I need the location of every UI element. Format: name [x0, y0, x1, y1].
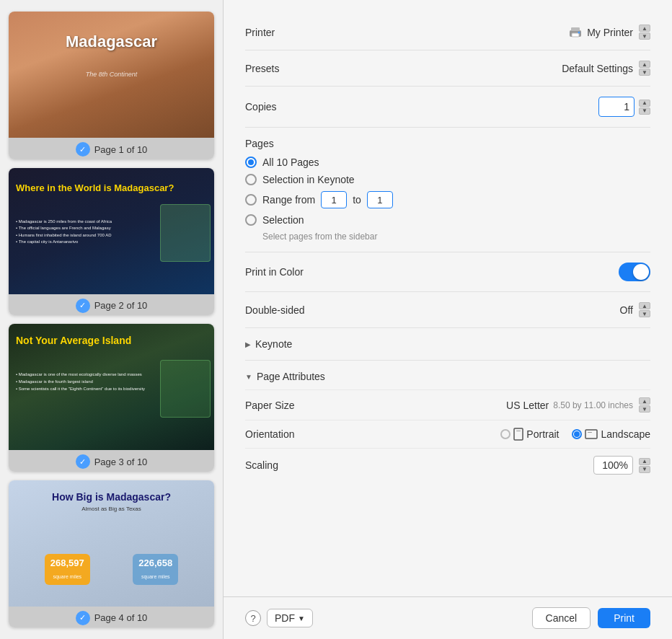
copies-input[interactable]: 1 — [598, 97, 635, 117]
keynote-section-label: Keynote — [255, 338, 292, 350]
page-attributes-label: Page Attributes — [257, 371, 325, 382]
svg-point-3 — [578, 31, 580, 33]
landscape-label: Landscape — [601, 428, 650, 440]
printer-stepper[interactable]: ▲ ▼ — [639, 25, 650, 40]
print-in-color-toggle[interactable] — [619, 263, 650, 281]
double-sided-stepper-up[interactable]: ▲ — [639, 302, 650, 309]
slide-3-check: ✓ — [76, 454, 90, 469]
portrait-icon — [513, 428, 523, 441]
copies-stepper-down[interactable]: ▼ — [639, 107, 650, 115]
orientation-landscape-radio[interactable] — [572, 429, 582, 439]
radio-all-pages-btn[interactable] — [245, 157, 257, 168]
svg-rect-7 — [588, 432, 592, 433]
slide-item-4[interactable]: How Big is Madagascar? Almost as Big as … — [9, 480, 214, 628]
copies-stepper-up[interactable]: ▲ — [639, 100, 650, 107]
radio-range-btn[interactable] — [245, 194, 257, 206]
slide-4-numbers: 268,597 square miles 226,658 square mile… — [9, 554, 214, 585]
cancel-button[interactable]: Cancel — [532, 607, 591, 629]
slide-thumbnail-1: Madagascar The 8th Continent — [9, 12, 214, 138]
slide-item-3[interactable]: Not Your Average Island • Madagascar is … — [9, 324, 214, 472]
copies-stepper[interactable]: ▲ ▼ — [639, 100, 650, 115]
presets-stepper-down[interactable]: ▼ — [639, 69, 650, 76]
printer-value: My Printer ▲ ▼ — [568, 25, 650, 40]
radio-selection-keynote[interactable]: Selection in Keynote — [245, 174, 650, 185]
slide-3-bullets: • Madagascar is one of the most ecologic… — [16, 371, 156, 393]
keynote-disclosure-header[interactable]: ▶ Keynote — [245, 338, 650, 350]
printer-value-text: My Printer — [587, 27, 633, 38]
presets-stepper[interactable]: ▲ ▼ — [639, 61, 650, 76]
page-attributes-header[interactable]: ▼ Page Attributes — [245, 371, 650, 382]
slide-1-check: ✓ — [76, 142, 90, 157]
range-from-input[interactable] — [321, 191, 347, 208]
presets-label: Presets — [245, 63, 279, 74]
paper-size-value-text: US Letter — [506, 400, 549, 411]
scaling-value: ▲ ▼ — [593, 456, 650, 475]
scaling-input[interactable] — [593, 456, 633, 475]
range-from-label: Range from — [262, 194, 315, 206]
range-to-input[interactable] — [367, 191, 393, 208]
slide-4-subtitle: Almost as Big as Texas — [9, 506, 214, 512]
svg-rect-4 — [514, 428, 523, 440]
slide-4-title: How Big is Madagascar? — [9, 491, 214, 503]
orientation-portrait[interactable]: Portrait — [500, 428, 559, 441]
copies-row: Copies 1 ▲ ▼ — [245, 87, 650, 128]
stat-1: 268,597 square miles — [45, 554, 90, 585]
presets-stepper-up[interactable]: ▲ — [639, 61, 650, 68]
orientation-landscape[interactable]: Landscape — [572, 428, 650, 440]
scaling-stepper-up[interactable]: ▲ — [639, 458, 650, 465]
slide-thumbnail-4: How Big is Madagascar? Almost as Big as … — [9, 480, 214, 607]
radio-all-pages[interactable]: All 10 Pages — [245, 157, 650, 168]
paper-size-stepper-up[interactable]: ▲ — [639, 397, 650, 405]
double-sided-label: Double-sided — [245, 304, 305, 316]
slide-item-1[interactable]: Madagascar The 8th Continent ✓ Page 1 of… — [9, 12, 214, 159]
portrait-label: Portrait — [526, 428, 559, 440]
paper-size-stepper-down[interactable]: ▼ — [639, 405, 650, 413]
stat-2: 226,658 square miles — [133, 554, 178, 585]
selection-hint: Select pages from the sidebar — [262, 232, 650, 242]
double-sided-stepper[interactable]: ▲ ▼ — [639, 302, 650, 317]
landscape-icon — [585, 429, 598, 439]
slide-2-label: ✓ Page 2 of 10 — [9, 294, 214, 316]
pages-label: Pages — [245, 138, 650, 149]
range-row: Range from to — [262, 191, 393, 208]
orientation-portrait-radio[interactable] — [500, 429, 510, 439]
help-button[interactable]: ? — [245, 610, 261, 626]
range-to-label: to — [353, 194, 361, 206]
slide-3-image — [160, 360, 211, 418]
scaling-row: Scaling ▲ ▼ — [245, 448, 650, 482]
printer-stepper-up[interactable]: ▲ — [639, 25, 650, 32]
printer-stepper-down[interactable]: ▼ — [639, 32, 650, 40]
print-button[interactable]: Print — [598, 608, 650, 628]
slide-2-map — [160, 204, 211, 262]
slide-4-label: ✓ Page 4 of 10 — [9, 607, 214, 628]
page-attributes-chevron: ▼ — [245, 373, 252, 381]
radio-range[interactable]: Range from to — [245, 191, 650, 208]
pdf-dropdown[interactable]: PDF ▼ — [267, 609, 313, 627]
pdf-label: PDF — [275, 612, 295, 624]
radio-selection-keynote-btn[interactable] — [245, 174, 257, 185]
double-sided-row: Double-sided Off ▲ ▼ — [245, 292, 650, 328]
slide-1-label: ✓ Page 1 of 10 — [9, 138, 214, 159]
scaling-stepper-down[interactable]: ▼ — [639, 466, 650, 473]
copies-label: Copies — [245, 101, 277, 113]
radio-selection-keynote-label: Selection in Keynote — [262, 174, 355, 185]
slide-2-bullets: • Madagascar is 250 miles from the coast… — [16, 219, 156, 246]
slide-4-check: ✓ — [76, 611, 90, 625]
print-content: Printer My Printer ▲ ▼ Presets Default S… — [224, 0, 672, 596]
slide-item-2[interactable]: Where in the World is Madagascar? • Mada… — [9, 168, 214, 316]
paper-size-label: Paper Size — [245, 400, 294, 411]
scaling-stepper[interactable]: ▲ ▼ — [639, 458, 650, 473]
paper-size-value: US Letter 8.50 by 11.00 inches ▲ ▼ — [506, 397, 650, 413]
slide-thumbnail-2: Where in the World is Madagascar? • Mada… — [9, 168, 214, 294]
double-sided-stepper-down[interactable]: ▼ — [639, 310, 650, 317]
presets-value: Default Settings ▲ ▼ — [562, 61, 650, 76]
svg-rect-5 — [516, 431, 521, 431]
scaling-label: Scaling — [245, 459, 278, 471]
radio-manual-selection[interactable]: Selection — [245, 214, 650, 226]
orientation-label: Orientation — [245, 428, 294, 440]
keynote-section: ▶ Keynote — [245, 328, 650, 361]
paper-size-stepper[interactable]: ▲ ▼ — [639, 397, 650, 413]
footer-right: Cancel Print — [532, 607, 650, 629]
radio-manual-selection-btn[interactable] — [245, 214, 257, 226]
slide-sidebar: Madagascar The 8th Continent ✓ Page 1 of… — [0, 0, 224, 639]
